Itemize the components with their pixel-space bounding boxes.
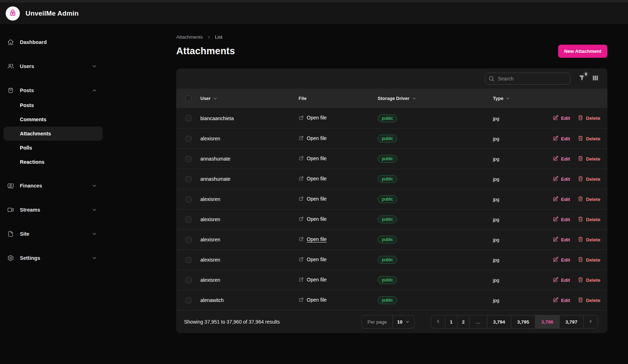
row-checkbox[interactable] [185, 136, 191, 142]
row-checkbox[interactable] [185, 196, 191, 202]
delete-button[interactable]: Delete [578, 257, 600, 263]
page-button-3794[interactable]: 3,794 [487, 315, 511, 328]
delete-button[interactable]: Delete [578, 156, 600, 162]
page-button-1[interactable]: 1 [445, 315, 457, 328]
row-checkbox[interactable] [185, 156, 191, 162]
edit-button[interactable]: Edit [553, 297, 570, 304]
page-button-2[interactable]: 2 [457, 315, 469, 328]
table-row: annashumate Open file public jpg Edit [176, 169, 607, 189]
sidebar-item-posts-reactions[interactable]: Reactions [4, 155, 103, 169]
open-file-link[interactable]: Open file [299, 236, 327, 242]
open-file-link[interactable]: Open file [299, 257, 327, 262]
trash-icon [578, 257, 583, 263]
open-file-link[interactable]: Open file [299, 277, 327, 282]
external-link-icon [299, 196, 304, 201]
topbar: UnveilMe Admin [0, 2, 628, 24]
document-icon [7, 230, 14, 237]
column-header-storage-driver[interactable]: Storage Driver [378, 96, 493, 101]
sidebar: DashboardUsersPostsPostsCommentsAttachme… [0, 24, 106, 274]
delete-button[interactable]: Delete [578, 236, 600, 243]
sidebar-item-dashboard[interactable]: Dashboard [4, 34, 103, 50]
edit-button[interactable]: Edit [553, 277, 570, 284]
video-icon [7, 206, 14, 213]
open-file-link[interactable]: Open file [299, 196, 327, 202]
type-cell: jpg [493, 297, 551, 303]
table-toolbar: 0 [176, 68, 607, 89]
previous-page-button[interactable] [431, 315, 445, 328]
sidebar-item-site[interactable]: Site [4, 226, 103, 242]
page-button-3795[interactable]: 3,795 [511, 315, 535, 328]
trash-icon [578, 236, 583, 243]
search-input[interactable] [485, 73, 571, 85]
app-logo [6, 6, 20, 21]
sidebar-item-label: Posts [20, 102, 34, 108]
sidebar-item-posts[interactable]: Posts [4, 83, 103, 98]
sidebar-item-posts-polls[interactable]: Polls [4, 141, 103, 155]
row-checkbox[interactable] [185, 115, 191, 121]
edit-button[interactable]: Edit [553, 135, 570, 142]
next-page-button[interactable] [583, 315, 598, 328]
edit-button[interactable]: Edit [553, 156, 570, 162]
archive-icon [7, 87, 14, 94]
row-checkbox[interactable] [185, 297, 191, 303]
per-page-select[interactable]: Per page 10 [361, 315, 415, 329]
new-attachment-button[interactable]: New Attachment [558, 45, 607, 58]
row-checkbox[interactable] [185, 217, 191, 223]
pencil-square-icon [553, 257, 558, 263]
home-icon [7, 39, 14, 46]
edit-button[interactable]: Edit [553, 257, 570, 263]
delete-button[interactable]: Delete [578, 297, 600, 304]
row-checkbox[interactable] [185, 237, 191, 243]
open-file-link[interactable]: Open file [299, 156, 327, 161]
open-file-link[interactable]: Open file [299, 297, 327, 303]
table-row: alexisren Open file public jpg Edit [176, 189, 607, 209]
table-header: User File Storage Driver Type [176, 89, 607, 108]
edit-button[interactable]: Edit [553, 216, 570, 223]
row-checkbox[interactable] [185, 257, 191, 263]
page-button-3796[interactable]: 3,796 [535, 315, 559, 328]
row-checkbox[interactable] [185, 176, 191, 182]
sidebar-item-users[interactable]: Users [4, 58, 103, 74]
open-file-link[interactable]: Open file [299, 115, 327, 121]
sidebar-item-posts-posts[interactable]: Posts [4, 98, 103, 112]
open-file-link[interactable]: Open file [299, 135, 327, 141]
delete-button[interactable]: Delete [578, 277, 600, 284]
storage-driver-badge: public [378, 155, 397, 163]
column-header-type[interactable]: Type [493, 96, 551, 101]
select-all-checkbox[interactable] [185, 95, 191, 101]
delete-button[interactable]: Delete [578, 115, 600, 122]
open-file-link[interactable]: Open file [299, 216, 327, 222]
column-header-user[interactable]: User [200, 96, 299, 101]
storage-driver-badge: public [378, 256, 397, 264]
sidebar-item-posts-attachments[interactable]: Attachments [4, 127, 103, 141]
trash-icon [578, 277, 583, 284]
columns-icon [592, 74, 599, 83]
filter-button[interactable]: 0 [578, 74, 586, 83]
delete-button[interactable]: Delete [578, 135, 600, 142]
sidebar-item-label: Dashboard [20, 39, 47, 45]
results-summary: Showing 37,951 to 37,960 of 37,964 resul… [184, 319, 280, 325]
sidebar-item-finances[interactable]: Finances [4, 178, 103, 194]
sidebar-item-label: Polls [20, 145, 32, 151]
delete-button[interactable]: Delete [578, 176, 600, 183]
sidebar-item-settings[interactable]: Settings [4, 250, 103, 266]
page-button-3797[interactable]: 3,797 [559, 315, 583, 328]
sidebar-item-posts-comments[interactable]: Comments [4, 112, 103, 127]
columns-button[interactable] [591, 74, 600, 83]
user-cell: alexisren [200, 257, 299, 263]
row-checkbox[interactable] [185, 277, 191, 283]
edit-button[interactable]: Edit [553, 236, 570, 243]
type-cell: jpg [493, 136, 551, 141]
edit-button[interactable]: Edit [553, 176, 570, 183]
filter-count-badge: 0 [583, 71, 589, 77]
main-content: Attachments List Attachments New Attachm… [176, 24, 607, 333]
edit-button[interactable]: Edit [553, 196, 570, 203]
delete-button[interactable]: Delete [578, 196, 600, 203]
open-file-link[interactable]: Open file [299, 176, 327, 181]
delete-button[interactable]: Delete [578, 216, 600, 223]
breadcrumb-link-attachments[interactable]: Attachments [176, 34, 203, 40]
external-link-icon [299, 135, 304, 141]
edit-button[interactable]: Edit [553, 115, 570, 122]
trash-icon [578, 216, 583, 223]
sidebar-item-streams[interactable]: Streams [4, 202, 103, 218]
